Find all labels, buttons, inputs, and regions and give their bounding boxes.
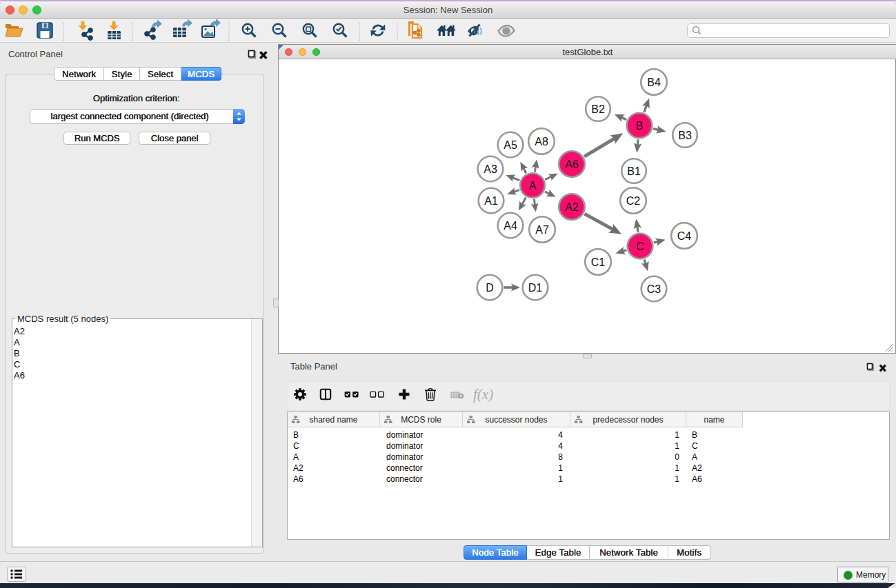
svg-text:A: A <box>529 180 537 192</box>
svg-text:B3: B3 <box>678 130 692 141</box>
svg-text:A7: A7 <box>535 224 549 236</box>
svg-text:A6: A6 <box>565 159 579 170</box>
svg-text:D1: D1 <box>528 282 543 294</box>
svg-text:A1: A1 <box>484 195 498 207</box>
svg-text:A4: A4 <box>504 220 517 232</box>
svg-text:A5: A5 <box>504 139 517 151</box>
svg-text:B1: B1 <box>627 165 641 177</box>
svg-text:A3: A3 <box>484 163 497 175</box>
svg-text:C: C <box>636 241 644 252</box>
svg-text:C2: C2 <box>626 195 641 207</box>
svg-text:B2: B2 <box>591 103 605 115</box>
svg-text:f(x): f(x) <box>473 386 493 403</box>
svg-text:B: B <box>636 120 644 132</box>
svg-text:A8: A8 <box>535 136 548 148</box>
svg-text:B4: B4 <box>647 77 661 88</box>
svg-text:C1: C1 <box>591 256 606 268</box>
svg-text:C4: C4 <box>677 230 692 242</box>
svg-text:A2: A2 <box>565 201 579 213</box>
svg-text:C3: C3 <box>647 283 661 295</box>
svg-text:D: D <box>486 282 494 294</box>
